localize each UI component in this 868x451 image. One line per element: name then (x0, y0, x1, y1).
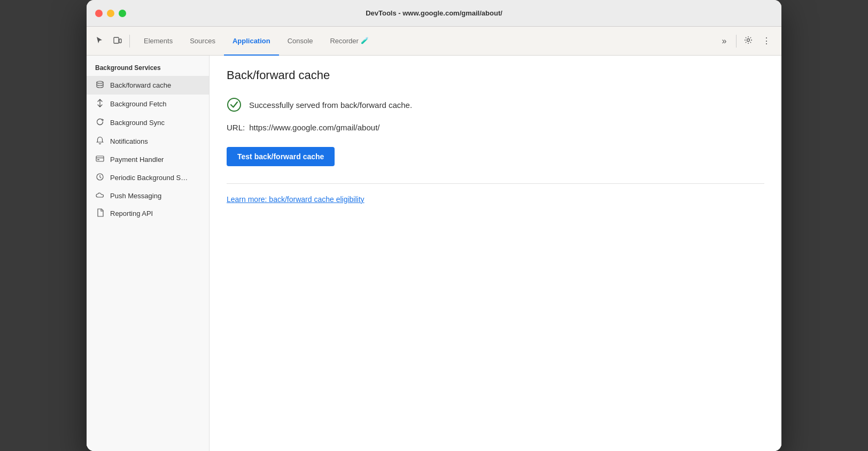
sidebar-item-back-forward-cache[interactable]: Back/forward cache (87, 76, 209, 95)
device-icon (113, 36, 122, 46)
learn-more-link[interactable]: Learn more: back/forward cache eligibili… (227, 195, 365, 204)
svg-rect-0 (114, 37, 119, 43)
menu-button[interactable]: ⋮ (758, 33, 775, 50)
toolbar-separator-2 (736, 35, 737, 48)
success-message: Successfully served from back/forward ca… (249, 100, 412, 110)
maximize-button[interactable] (119, 10, 126, 17)
sidebar: Background Services Back/forward cache (87, 56, 210, 451)
svg-point-3 (97, 81, 103, 83)
url-label: URL: (227, 123, 245, 132)
divider (227, 183, 764, 184)
recorder-flask-icon: 🧪 (361, 37, 369, 44)
sidebar-item-background-sync[interactable]: Background Sync (87, 113, 209, 132)
toolbar: Elements Sources Application Console Rec… (87, 27, 781, 56)
sidebar-item-periodic-background-sync[interactable]: Periodic Background S… (87, 168, 209, 187)
sidebar-item-label-periodic-background-sync: Periodic Background S… (110, 174, 188, 182)
chevron-right-icon: » (722, 36, 727, 46)
content-area: Background Services Back/forward cache (87, 56, 781, 451)
sync-icon (95, 118, 105, 128)
cloud-icon (95, 191, 105, 200)
sidebar-item-label-back-forward-cache: Back/forward cache (110, 81, 171, 89)
url-row: URL: https://www.google.com/gmail/about/ (227, 123, 764, 132)
sidebar-item-label-payment-handler: Payment Handler (110, 155, 164, 164)
cursor-tool-button[interactable] (91, 33, 108, 50)
sidebar-item-push-messaging[interactable]: Push Messaging (87, 187, 209, 204)
svg-point-8 (228, 98, 241, 111)
device-toggle-button[interactable] (109, 33, 126, 50)
window-title: DevTools - www.google.com/gmail/about/ (366, 9, 502, 17)
svg-point-2 (747, 38, 750, 41)
settings-button[interactable] (740, 33, 757, 50)
sidebar-item-label-notifications: Notifications (110, 137, 148, 145)
sidebar-item-reporting-api[interactable]: Reporting API (87, 204, 209, 223)
devtools-window: DevTools - www.google.com/gmail/about/ E… (87, 0, 781, 451)
sidebar-item-payment-handler[interactable]: Payment Handler (87, 151, 209, 168)
cursor-icon (95, 36, 104, 46)
recorder-label: Recorder (330, 37, 358, 45)
sidebar-item-label-reporting-api: Reporting API (110, 209, 153, 217)
file-icon (95, 208, 105, 219)
titlebar: DevTools - www.google.com/gmail/about/ (87, 0, 781, 27)
arrows-updown-icon (95, 99, 105, 109)
clock-icon (95, 173, 105, 183)
svg-rect-6 (97, 159, 99, 160)
tab-bar: Elements Sources Application Console Rec… (133, 27, 715, 55)
database-icon (95, 80, 105, 90)
test-back-forward-cache-button[interactable]: Test back/forward cache (227, 147, 335, 166)
bell-icon (95, 136, 105, 146)
minimize-button[interactable] (107, 10, 114, 17)
tab-sources[interactable]: Sources (181, 27, 224, 56)
traffic-lights (95, 10, 126, 17)
more-tabs-button[interactable]: » (716, 33, 733, 50)
tab-console[interactable]: Console (279, 27, 322, 56)
tab-application[interactable]: Application (224, 27, 279, 56)
sidebar-item-label-background-fetch: Background Fetch (110, 100, 167, 108)
sidebar-item-label-background-sync: Background Sync (110, 119, 165, 127)
toolbar-separator-1 (129, 35, 130, 48)
main-panel: Back/forward cache Successfully served f… (210, 56, 781, 451)
sidebar-section-title: Background Services (87, 56, 209, 76)
toolbar-right: » ⋮ (716, 33, 777, 50)
sidebar-item-notifications[interactable]: Notifications (87, 132, 209, 151)
sidebar-item-label-push-messaging: Push Messaging (110, 192, 161, 200)
sidebar-item-background-fetch[interactable]: Background Fetch (87, 95, 209, 113)
close-button[interactable] (95, 10, 103, 17)
more-vert-icon: ⋮ (762, 36, 771, 46)
tab-elements[interactable]: Elements (135, 27, 181, 56)
panel-title: Back/forward cache (227, 68, 764, 82)
success-check-icon (227, 97, 242, 112)
gear-icon (744, 36, 753, 46)
success-row: Successfully served from back/forward ca… (227, 97, 764, 112)
svg-rect-4 (96, 156, 104, 161)
url-value: https://www.google.com/gmail/about/ (249, 123, 379, 132)
svg-rect-1 (119, 39, 121, 43)
credit-card-icon (95, 155, 105, 164)
tab-recorder[interactable]: Recorder 🧪 (321, 27, 377, 56)
